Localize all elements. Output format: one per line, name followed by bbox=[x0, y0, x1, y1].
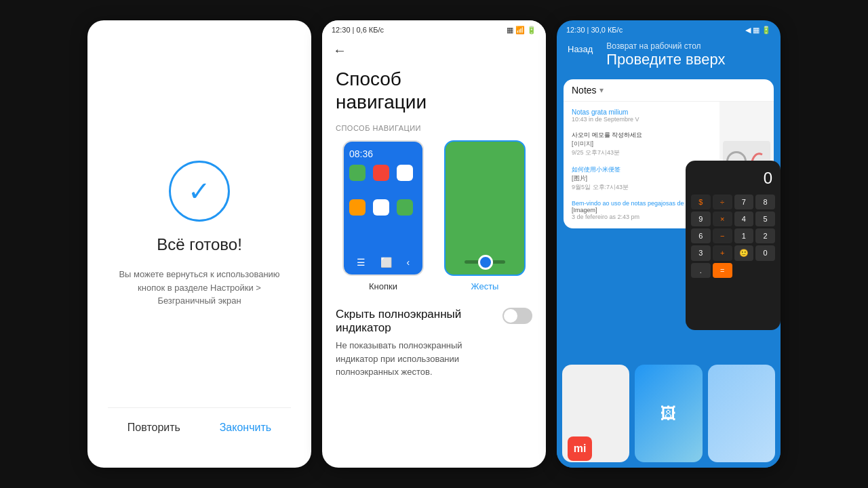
nav-label-gestures: Жесты bbox=[471, 281, 499, 291]
section-label: СПОСОБ НАВИГАЦИИ bbox=[336, 124, 532, 132]
screen3-header: Назад Возврат на рабочий стол Проведите … bbox=[557, 37, 781, 79]
calc-btn-emoji2[interactable]: 🙂 bbox=[734, 245, 754, 261]
nav-option-gestures[interactable]: Жесты bbox=[437, 140, 532, 291]
finish-button[interactable]: Закончить bbox=[206, 415, 285, 441]
calc-grid: $ ÷ 7 8 9 × 4 5 6 − 1 2 3 + 🙂 0 . bbox=[691, 195, 775, 278]
screen1-content: ✓ Всё готово! Вы можете вернуться к испо… bbox=[108, 61, 291, 407]
calc-btn-emoji[interactable]: $ bbox=[691, 195, 711, 209]
phone-mockup-buttons: 08:36 bbox=[342, 140, 424, 276]
screen1-all-done: ✓ Всё готово! Вы можете вернуться к испо… bbox=[87, 20, 311, 468]
app-icon bbox=[373, 199, 389, 216]
calc-btn-8[interactable]: 8 bbox=[755, 195, 775, 209]
calc-btn-6[interactable]: 6 bbox=[691, 228, 711, 243]
app-icon bbox=[349, 165, 366, 181]
app-icon bbox=[349, 199, 366, 216]
app-icon bbox=[397, 165, 413, 181]
app-icon bbox=[397, 199, 413, 216]
small-card-settings[interactable] bbox=[708, 365, 775, 462]
screen2-navigation: 12:30 | 0,6 КБ/с ▦ 📶 🔋 ← Способ навигаци… bbox=[322, 20, 546, 468]
calc-btn-div[interactable]: ÷ bbox=[713, 195, 732, 209]
note-item-1: Notas grata milium 10:43 in de Septembre… bbox=[568, 106, 715, 125]
screen2-back-header: ← bbox=[322, 37, 546, 61]
phone-mockup-gestures bbox=[444, 140, 526, 276]
calc-btn-eq[interactable]: = bbox=[713, 263, 732, 278]
screen3-statusbar: 12:30 | 30,0 КБ/с ◀ ▦ 🔋 bbox=[557, 20, 781, 37]
screen1-subtitle: Вы можете вернуться к использованию кноп… bbox=[108, 268, 291, 308]
hide-indicator-section: Скрыть полноэкранный индикатор Не показы… bbox=[336, 308, 532, 379]
calc-btn-9[interactable]: 9 bbox=[691, 211, 711, 226]
mi-brand-icon: mi bbox=[568, 436, 592, 461]
screen1-buttons: Повторить Закончить bbox=[108, 407, 291, 441]
app-icon bbox=[373, 165, 389, 181]
screen1-title: Всё готово! bbox=[157, 235, 242, 254]
calc-btn-add[interactable]: + bbox=[713, 245, 732, 261]
screen3-body: Notes ▾ Notas grata milium 10:43 in de S… bbox=[557, 79, 781, 468]
app-grid bbox=[349, 165, 417, 253]
back-arrow-icon[interactable]: ← bbox=[333, 43, 347, 58]
hide-section-text: Не показывать полноэкранный индикатор пр… bbox=[336, 339, 496, 379]
calc-btn-dot[interactable]: . bbox=[691, 263, 711, 278]
calc-display: 0 bbox=[691, 166, 775, 190]
hide-section-title: Скрыть полноэкранный индикатор bbox=[336, 308, 496, 335]
screens-container: ✓ Всё готово! Вы можете вернуться к испо… bbox=[0, 0, 868, 488]
repeat-button[interactable]: Повторить bbox=[114, 415, 194, 441]
small-card-photo[interactable]: 🖼 bbox=[635, 365, 702, 462]
header-large-text: Проведите вверх bbox=[606, 51, 725, 68]
screen2-body: Способ навигации СПОСОБ НАВИГАЦИИ 08:36 bbox=[322, 61, 546, 468]
nav-option-buttons[interactable]: 08:36 bbox=[336, 140, 431, 291]
screen2-title: Способ навигации bbox=[336, 68, 532, 113]
nav-options: 08:36 bbox=[336, 140, 532, 291]
calc-btn-5[interactable]: 5 bbox=[755, 211, 775, 226]
calc-btn-1[interactable]: 1 bbox=[734, 228, 754, 243]
calculator-app-card[interactable]: 0 $ ÷ 7 8 9 × 4 5 6 − 1 2 3 + 🙂 bbox=[686, 161, 781, 330]
calc-btn-sub[interactable]: − bbox=[713, 228, 732, 243]
calc-btn-3[interactable]: 3 bbox=[691, 245, 711, 261]
calc-btn-7[interactable]: 7 bbox=[734, 195, 754, 209]
note-item-2: 사오미 메모를 작성하세요 [이미지] 9/25 오후7시43분 bbox=[568, 128, 715, 160]
calc-btn-2[interactable]: 2 bbox=[755, 228, 775, 243]
notes-title: Notes bbox=[572, 85, 597, 96]
header-small-text: Возврат на рабочий стол bbox=[606, 41, 725, 51]
hide-indicator-toggle[interactable] bbox=[502, 308, 532, 324]
calc-btn-mul[interactable]: × bbox=[713, 211, 732, 226]
statusbar-icons: ▦ 📶 🔋 bbox=[507, 26, 536, 35]
screen2-statusbar: 12:30 | 0,6 КБ/с ▦ 📶 🔋 bbox=[322, 20, 546, 37]
back-button-white[interactable]: Назад bbox=[568, 41, 593, 54]
calc-btn-0[interactable]: 0 bbox=[755, 245, 775, 261]
check-circle-icon: ✓ bbox=[169, 161, 230, 222]
calc-btn-4[interactable]: 4 bbox=[734, 211, 754, 226]
nav-label-buttons: Кнопки bbox=[369, 281, 397, 291]
screen3-recents: 12:30 | 30,0 КБ/с ◀ ▦ 🔋 Назад Возврат на… bbox=[557, 20, 781, 468]
